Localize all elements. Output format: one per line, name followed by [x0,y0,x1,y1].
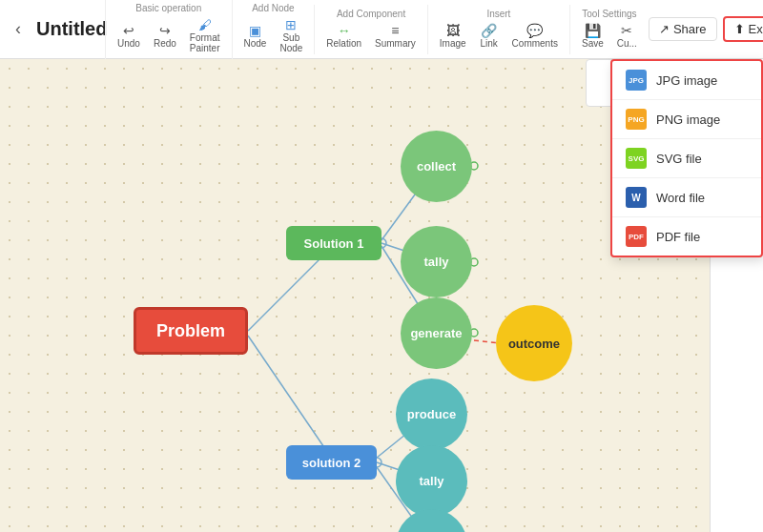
pdf-icon: PDF [626,226,647,247]
format-painter-button[interactable]: 🖌 Format Painter [186,15,224,55]
node-icon: ▣ [245,23,264,38]
solution1-node[interactable]: Solution 1 [286,226,382,260]
tool-group-settings-label: Tool Settings [582,9,636,19]
export-svg-item[interactable]: SVG SVG file [612,139,761,178]
export-jpg-item[interactable]: JPG JPG image [612,61,761,100]
png-icon: PNG [626,109,647,130]
right-toolbar: ↗ Share ⬆ Export [649,16,763,42]
tool-group-settings: Tool Settings 💾 Save ✂ Cu... [569,5,649,54]
image-button[interactable]: 🖼 Image [436,21,470,51]
image-icon: 🖼 [443,23,463,38]
share-icon: ↗ [659,22,670,36]
tool-group-add-node: Add Node ▣ Node ⊞ Sub Node [232,0,315,59]
tally1-node[interactable]: tally [401,226,472,297]
sub-node-icon: ⊞ [281,17,300,32]
svg-line-1 [248,336,334,461]
redo-button[interactable]: ↪ Redo [150,21,180,51]
produce-node[interactable]: produce [396,379,467,450]
relation-button[interactable]: ↔ Relation [322,21,365,51]
tool-group-add-node-label: Add Node [252,3,294,13]
outcome-node[interactable]: outcome [496,305,572,381]
export-button[interactable]: ⬆ Export [723,16,763,42]
export-png-item[interactable]: PNG PNG image [612,100,761,139]
save-icon: 💾 [583,23,602,38]
redo-icon: ↪ [155,23,175,38]
generate1-node[interactable]: generate [401,297,472,369]
toolbar: ‹ Untitled Basic operation ↩ Undo ↪ Redo… [0,0,763,59]
link-icon: 🔗 [480,23,499,38]
export-pdf-item[interactable]: PDF PDF file [612,217,761,256]
export-icon: ⬆ [734,22,745,36]
tool-group-add-component-label: Add Component [337,9,405,19]
page-title: Untitled [29,18,105,40]
collect-node[interactable]: collect [401,131,472,202]
export-word-item[interactable]: W Word file [612,178,761,217]
link-button[interactable]: 🔗 Link [476,21,503,51]
undo-icon: ↩ [119,23,138,38]
canvas[interactable]: Problem Solution 1 solution 2 collect ta… [0,59,710,532]
summary-button[interactable]: ≡ Summary [371,21,420,51]
tool-group-basic-label: Basic operation [135,3,201,13]
tally2-node[interactable]: tally [396,445,467,517]
sub-node-button[interactable]: ⊞ Sub Node [276,15,306,55]
summary-icon: ≡ [385,23,404,38]
svg-icon: SVG [626,148,647,169]
save-button[interactable]: 💾 Save [578,21,608,51]
format-painter-icon: 🖌 [196,17,215,32]
problem-node[interactable]: Problem [134,307,248,355]
jpg-icon: JPG [626,70,647,91]
share-button[interactable]: ↗ Share [649,17,717,41]
tool-group-basic: Basic operation ↩ Undo ↪ Redo 🖌 Format P… [105,0,232,59]
comments-button[interactable]: 💬 Comments [508,21,562,51]
cut-icon: ✂ [617,23,636,38]
cut-button[interactable]: ✂ Cu... [613,21,641,51]
relation-icon: ↔ [335,23,354,38]
solution2-node[interactable]: solution 2 [286,445,377,480]
export-dropdown: JPG JPG image PNG PNG image SVG SVG file… [610,59,763,257]
tool-group-insert-label: Insert [486,9,510,19]
node-button[interactable]: ▣ Node [240,21,271,51]
word-icon: W [626,187,647,208]
tool-group-add-component: Add Component ↔ Relation ≡ Summary [314,5,427,54]
tool-group-insert: Insert 🖼 Image 🔗 Link 💬 Comments [427,5,569,54]
back-button[interactable]: ‹ [8,15,29,43]
comments-icon: 💬 [526,23,545,38]
generate2-node[interactable]: generate [396,509,467,532]
undo-button[interactable]: ↩ Undo [113,21,144,51]
